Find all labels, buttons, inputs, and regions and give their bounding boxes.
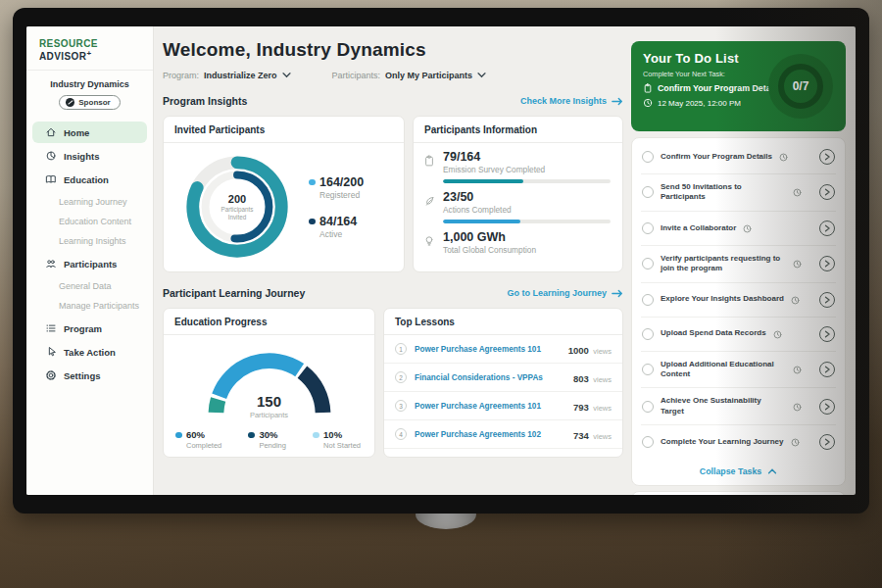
sidebar-item-program[interactable]: Program <box>32 318 147 339</box>
chevron-right-button[interactable] <box>819 399 835 415</box>
stat-value: 79/164 <box>443 150 611 164</box>
chevron-right-button[interactable] <box>819 256 835 271</box>
clock-icon <box>773 325 782 343</box>
sponsor-badge-label: Sponsor <box>78 98 110 107</box>
sidebar-item-education-content[interactable]: Education Content <box>26 212 153 231</box>
views-count: 1000 <box>568 345 589 356</box>
checkbox[interactable] <box>642 401 654 413</box>
participants-information-card: Participants Information 79/164 Emission… <box>413 116 623 272</box>
sidebar-item-label: Program <box>64 323 102 334</box>
checkbox[interactable] <box>642 186 654 198</box>
checkbox[interactable] <box>642 258 654 270</box>
todo-item[interactable]: Confirm Your Program Details <box>641 140 836 174</box>
clock-icon <box>779 148 788 166</box>
todo-item[interactable]: Explore Your Insights Dashboard <box>641 283 836 318</box>
todo-item[interactable]: Upload Additional Educational Content <box>641 352 836 389</box>
sidebar-item-manage-participants[interactable]: Manage Participants <box>26 296 153 316</box>
checkbox[interactable] <box>642 364 654 375</box>
arrow-right-icon <box>612 289 623 298</box>
collapse-tasks-link[interactable]: Collapse Tasks <box>641 459 836 483</box>
stat-label: Emission Survey Completed <box>443 165 611 174</box>
clock-icon <box>791 433 800 451</box>
views-count: 803 <box>573 373 589 384</box>
checkbox[interactable] <box>642 151 654 163</box>
org-name: Industry Dynamics <box>26 79 153 89</box>
lesson-link[interactable]: Power Purchase Agreements 101 <box>415 345 561 354</box>
logo-secondary: ADVISOR <box>39 51 86 62</box>
clock-icon <box>791 291 800 309</box>
education-gauge-chart: 150 Participants <box>196 343 343 421</box>
card-title: Invited Participants <box>164 117 404 143</box>
chevron-right-button[interactable] <box>819 220 835 236</box>
todo-item[interactable]: Upload Spend Data Records <box>641 318 836 352</box>
gauge-center-value: 150 <box>196 393 343 410</box>
main-content: Welcome, Industry Dynamics Program: Indu… <box>163 26 623 495</box>
checkbox[interactable] <box>642 436 654 448</box>
go-to-learning-journey-link[interactable]: Go to Learning Journey <box>507 288 623 298</box>
todo-column: Your To Do List Complete Your Next Task:… <box>631 26 846 495</box>
chevron-right-button[interactable] <box>819 292 835 308</box>
legend-dot <box>313 432 319 439</box>
views-suffix: views <box>593 404 612 413</box>
views-suffix: views <box>593 432 612 441</box>
checkbox[interactable] <box>642 328 654 340</box>
stat-row: 23/50 Actions Completed <box>414 183 622 223</box>
clock-icon <box>793 398 802 416</box>
progress-bar-fill <box>443 220 520 223</box>
lesson-link[interactable]: Power Purchase Agreements 102 <box>415 430 565 439</box>
gauge-center-label: Participants <box>196 411 343 419</box>
clipboard-icon <box>643 83 653 93</box>
rank-badge: 1 <box>395 343 407 355</box>
section-title-program-insights: Program Insights <box>163 95 247 107</box>
todo-item[interactable]: Achieve One Sustainability Target <box>641 388 836 425</box>
todo-item[interactable]: Invite a Collaborator <box>641 212 836 246</box>
check-more-insights-link[interactable]: Check More Insights <box>520 96 623 106</box>
todo-item[interactable]: Verify participants requesting to join t… <box>641 246 836 283</box>
logo-primary: RESOURCE <box>39 38 98 49</box>
lesson-row: 3 Power Purchase Agreements 101 793 view… <box>384 392 622 420</box>
bulb-icon <box>423 233 435 245</box>
progress-bar <box>443 220 611 223</box>
todo-item[interactable]: Send 50 Invitations to Participants <box>641 174 836 212</box>
sidebar-item-take-action[interactable]: Take Action <box>32 341 147 363</box>
lesson-link[interactable]: Financial Considerations - VPPAs <box>415 373 565 382</box>
sidebar-item-home[interactable]: Home <box>32 122 147 143</box>
checkbox[interactable] <box>642 294 654 306</box>
leaf-icon <box>423 193 435 205</box>
chevron-right-button[interactable] <box>819 184 835 200</box>
participants-dropdown[interactable]: Participants: Only My Participants <box>332 71 487 80</box>
chevron-right-button[interactable] <box>819 326 835 342</box>
stat-value: 23/50 <box>443 190 611 204</box>
top-lessons-card: Top Lessons 1 Power Purchase Agreements … <box>383 308 623 458</box>
sidebar-item-general-data[interactable]: General Data <box>26 276 153 296</box>
checkbox[interactable] <box>642 222 654 234</box>
take-action-icon <box>45 346 57 358</box>
sidebar-item-insights[interactable]: Insights <box>32 145 147 167</box>
sidebar-item-label: Education <box>64 174 109 185</box>
card-title: Education Progress <box>164 309 374 335</box>
sidebar-item-participants[interactable]: Participants <box>32 253 147 274</box>
chevron-right-button[interactable] <box>819 434 835 450</box>
chevron-right-button[interactable] <box>819 362 835 377</box>
progress-bar <box>443 179 611 183</box>
sidebar-item-education[interactable]: Education <box>32 169 147 190</box>
sidebar-item-learning-journey[interactable]: Learning Journey <box>26 192 153 212</box>
filters-row: Program: Industrialize Zero Participants… <box>163 71 623 80</box>
views-suffix: views <box>593 375 612 384</box>
legend-pending: 30% Pending <box>248 429 286 450</box>
chevron-right-button[interactable] <box>819 149 835 165</box>
sidebar-item-label: Settings <box>64 370 100 381</box>
rank-badge: 5 <box>395 457 407 458</box>
invited-participants-card: Invited Participants <box>163 116 405 272</box>
sidebar-item-learning-insights[interactable]: Learning Insights <box>26 231 153 251</box>
lesson-link[interactable]: Power Purchase Agreements 101 <box>415 402 565 411</box>
program-dropdown[interactable]: Program: Industrialize Zero <box>163 71 291 80</box>
sponsor-badge: Sponsor <box>59 95 120 110</box>
progress-bar-fill <box>443 179 523 183</box>
card-title: Top Lessons <box>384 309 622 335</box>
sidebar-item-settings[interactable]: Settings <box>32 365 147 386</box>
app-logo: RESOURCE ADVISOR+ <box>26 36 153 71</box>
views-count: 793 <box>573 402 589 413</box>
todo-item[interactable]: Complete Your Learning Journey <box>641 425 836 459</box>
rank-badge: 3 <box>395 400 407 412</box>
